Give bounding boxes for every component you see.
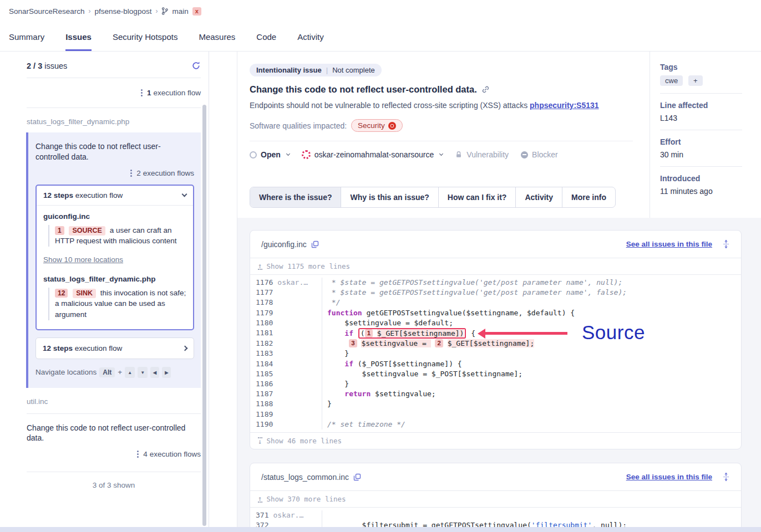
line-number[interactable]: 1188 [256, 400, 273, 408]
tab-where-is-the-issue[interactable]: Where is the issue? [250, 187, 341, 207]
flow-title: execution flow [75, 344, 123, 352]
tab-why-is-this-an-issue[interactable]: Why is this an issue? [341, 187, 438, 207]
flow-label: execution flows [150, 450, 201, 458]
file-path: /status_logs_common.inc [261, 473, 349, 482]
copy-icon[interactable] [311, 241, 319, 248]
move-icon[interactable] [722, 239, 730, 249]
tab-more-info[interactable]: More info [562, 187, 615, 207]
issue-item-3[interactable]: Change this code to not reflect user-con… [27, 414, 201, 473]
move-icon[interactable] [722, 472, 730, 482]
expand-up-icon: ↑ [258, 263, 262, 270]
see-all-issues-link[interactable]: See all issues in this file [626, 473, 712, 481]
copy-icon[interactable] [353, 473, 361, 481]
horizontal-scrollbar[interactable] [0, 527, 761, 532]
line-number[interactable]: 1178 [256, 298, 273, 306]
issue-flows[interactable]: 2 execution flows [35, 169, 194, 177]
nav-tab-code[interactable]: Code [256, 22, 276, 51]
line-number[interactable]: 1176 [256, 278, 273, 287]
nav-tab-summary[interactable]: Summary [9, 22, 44, 51]
show-more-locations-link[interactable]: Show 10 more locations [43, 255, 123, 264]
nav-tab-issues[interactable]: Issues [65, 22, 92, 51]
nav-tab-activity[interactable]: Activity [297, 22, 324, 51]
line-number[interactable]: 1190 [256, 420, 273, 428]
flow-step-badge[interactable]: 2 [435, 339, 443, 347]
flow-steps: 12 steps [43, 344, 73, 352]
flow-location[interactable]: 1 SOURCE a user can craft an HTTP reques… [48, 225, 186, 247]
code-line: 1180 $settingvalue = $default; [250, 318, 741, 328]
line-number[interactable]: 1181 [256, 329, 273, 337]
sidebar-scrollbar[interactable] [202, 105, 206, 526]
code-line: 1185 $settingvalue = $_POST[$settingname… [250, 369, 741, 379]
breadcrumb: SonarSourceResearch › pfsense-blogpost ›… [0, 0, 761, 22]
flow-file-name: guiconfig.inc [43, 212, 186, 221]
expand-up-icon: ↑ [258, 495, 262, 503]
breadcrumb-org[interactable]: SonarSourceResearch [9, 7, 85, 16]
code-line: 1187 return $settingvalue; [250, 389, 741, 399]
add-tag-button[interactable]: + [688, 75, 703, 86]
code-line: 1188} [250, 399, 741, 409]
status-label: Open [261, 150, 281, 159]
flow-location[interactable]: 12 SINK this invocation is not safe; a m… [48, 288, 186, 320]
show-more-lines-bottom-button[interactable]: ↓ Show 46 more lines [250, 432, 741, 449]
line-number[interactable]: 1186 [256, 380, 273, 388]
see-all-issues-link[interactable]: See all issues in this file [626, 240, 712, 248]
introduced-value: 11 minutes ago [660, 187, 742, 196]
code-viewer-status-logs-common: /status_logs_common.inc See all issues i… [250, 463, 742, 531]
line-number[interactable]: 1177 [256, 288, 273, 296]
execution-flow-header[interactable]: 12 steps execution flow [37, 186, 193, 206]
source-arrow-icon [485, 332, 567, 335]
execution-flow-collapsed[interactable]: 12 steps execution flow [35, 337, 194, 359]
flow-step-badge[interactable]: 3 [349, 339, 357, 347]
nav-tab-security-hotspots[interactable]: Security Hotspots [113, 22, 178, 51]
flow-step-badge[interactable]: 1 [365, 329, 373, 337]
execution-flow-panel: 12 steps execution flow guiconfig.inc 1 … [35, 185, 194, 330]
show-more-lines-top-button[interactable]: ↑ Show 370 more lines [250, 490, 741, 507]
code-line: 1176oskar.… * $state = getGETPOSTsetting… [250, 278, 741, 288]
issue-item-1-flows[interactable]: 1 execution flow [27, 78, 201, 108]
tag-cwe[interactable]: cwe [660, 75, 683, 86]
flow-count: 1 [147, 89, 151, 97]
refresh-icon[interactable] [191, 61, 201, 70]
assignee-dropdown[interactable]: oskar-zeinomahmalat-sonarsource [302, 150, 443, 159]
line-number[interactable]: 1179 [256, 309, 273, 317]
status-dropdown[interactable]: Open [250, 150, 290, 159]
breadcrumb-separator: › [155, 7, 158, 15]
effort-label: Effort [660, 137, 742, 146]
line-number[interactable]: 1185 [256, 370, 273, 378]
line-number[interactable]: 1187 [256, 390, 273, 398]
nav-tab-measures[interactable]: Measures [199, 22, 235, 51]
chevron-down-icon [286, 151, 290, 155]
line-number[interactable]: 1184 [256, 360, 273, 368]
project-nav: Summary Issues Security Hotspots Measure… [0, 22, 761, 52]
line-number[interactable]: 371 [256, 511, 268, 519]
avatar [302, 150, 311, 159]
tags-label: Tags [660, 63, 742, 71]
permalink-icon[interactable] [481, 85, 490, 94]
line-number[interactable]: 1189 [256, 410, 273, 418]
tab-how-can-i-fix-it[interactable]: How can I fix it? [439, 187, 516, 207]
file-path: /guiconfig.inc [261, 240, 307, 249]
tab-activity[interactable]: Activity [516, 187, 562, 207]
selected-issue-card[interactable]: Change this code to not reflect user-con… [26, 132, 201, 388]
execution-flow-icon [137, 451, 139, 458]
breadcrumb-branch[interactable]: main [172, 7, 188, 16]
show-more-lines-top-button[interactable]: ↑ Show 1175 more lines [250, 258, 741, 274]
issue-type-indicator: Vulnerability [455, 150, 509, 159]
issue-message[interactable]: Change this code to not reflect user-con… [27, 423, 201, 444]
blocker-icon [521, 151, 528, 158]
breadcrumb-project[interactable]: pfsense-blogpost [95, 7, 152, 16]
rule-link[interactable]: phpsecurity:S5131 [530, 101, 599, 110]
issue-state: Not complete [332, 66, 375, 74]
open-status-icon [250, 151, 257, 158]
line-number[interactable]: 1180 [256, 319, 273, 327]
line-number[interactable]: 1183 [256, 349, 273, 357]
execution-flow-icon [141, 89, 143, 96]
code-line: 1186 } [250, 379, 741, 389]
code-block: 1176oskar.… * $state = getGETPOSTsetting… [250, 274, 741, 432]
close-icon[interactable]: x [192, 7, 201, 16]
branch-icon [161, 7, 168, 15]
line-number[interactable]: 1182 [256, 339, 273, 347]
issue-message[interactable]: Change this code to not reflect user-con… [35, 141, 194, 162]
arrow-up-key: ▲ [125, 367, 135, 378]
sink-tag-badge: SINK [73, 289, 96, 298]
